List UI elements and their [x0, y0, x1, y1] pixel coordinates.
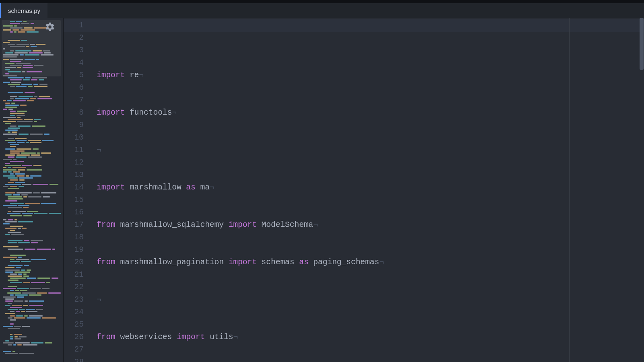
current-line-highlight: [64, 19, 644, 32]
vertical-scrollbar[interactable]: [640, 18, 644, 362]
line-number: 17: [64, 219, 84, 231]
line-number: 20: [64, 256, 84, 269]
line-number: 22: [64, 281, 84, 294]
tab-filename: schemas.py: [8, 7, 40, 14]
line-number: 5: [64, 69, 84, 82]
code-line: import functools¬: [97, 107, 644, 119]
code-area[interactable]: import re¬ import functools¬ ¬ import ma…: [91, 18, 644, 362]
line-number: 3: [64, 44, 84, 57]
line-number: 2: [64, 32, 84, 44]
line-number: 6: [64, 82, 84, 94]
code-line: import marshmallow as ma¬: [97, 181, 644, 194]
line-number: 18: [64, 231, 84, 244]
line-number: 1: [64, 19, 84, 32]
line-number: 16: [64, 206, 84, 219]
line-number: 14: [64, 181, 84, 194]
line-number: 27: [64, 343, 84, 356]
code-line: ¬: [97, 294, 644, 306]
line-number: 12: [64, 156, 84, 169]
line-number: 4: [64, 57, 84, 69]
minimap[interactable]: [2, 20, 61, 362]
line-number: 19: [64, 244, 84, 256]
line-number: 25: [64, 319, 84, 331]
code-editor[interactable]: 1234567891011121314151617181920212223242…: [64, 18, 644, 362]
line-number: 23: [64, 294, 84, 306]
line-number: 15: [64, 194, 84, 206]
line-number: 24: [64, 306, 84, 319]
code-line: ¬: [97, 144, 644, 156]
code-line: from webservices import utils¬: [97, 331, 644, 343]
line-number: 9: [64, 119, 84, 132]
tab-schemas[interactable]: schemas.py: [0, 3, 47, 18]
title-bar: [0, 0, 644, 3]
line-number: 10: [64, 132, 84, 144]
line-number: 28: [64, 356, 84, 362]
tab-bar: schemas.py: [0, 3, 644, 18]
minimap-panel[interactable]: [0, 18, 64, 362]
editor-main: 1234567891011121314151617181920212223242…: [0, 18, 644, 362]
line-number: 7: [64, 94, 84, 107]
line-number: 11: [64, 144, 84, 156]
line-number: 8: [64, 107, 84, 119]
line-number: 21: [64, 269, 84, 281]
code-line: from marshmallow_sqlalchemy import Model…: [97, 219, 644, 231]
line-number-gutter: 1234567891011121314151617181920212223242…: [64, 18, 91, 362]
line-number: 13: [64, 169, 84, 181]
line-number: 26: [64, 331, 84, 343]
gear-icon[interactable]: [45, 22, 55, 34]
code-line: import re¬: [97, 69, 644, 82]
scrollbar-thumb[interactable]: [640, 18, 644, 70]
code-line: from marshmallow_pagination import schem…: [97, 256, 644, 269]
